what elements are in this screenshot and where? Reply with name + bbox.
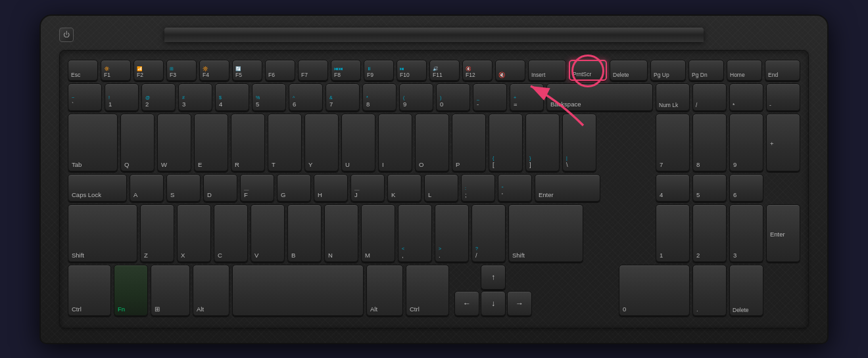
key-f9[interactable]: ⏸ F9 (364, 60, 394, 81)
key-z[interactable]: Z (140, 204, 174, 262)
key-np-7[interactable]: 7 (656, 114, 690, 171)
key-np-5[interactable]: 5 (692, 174, 727, 202)
key-alt-left[interactable]: Alt (193, 265, 229, 316)
key-1[interactable]: ! 1 (105, 83, 139, 111)
key-prtscr[interactable]: PrntScr (569, 60, 607, 81)
key-p[interactable]: P (452, 114, 486, 171)
key-h[interactable]: H (314, 174, 348, 202)
key-t[interactable]: T (268, 114, 302, 171)
key-np-1[interactable]: 1 (656, 204, 690, 262)
key-0[interactable]: ) 0 (436, 83, 470, 111)
key-f5[interactable]: 🔄 F5 (232, 60, 262, 81)
key-end[interactable]: End (765, 60, 800, 81)
key-l[interactable]: L (424, 174, 458, 202)
key-mute[interactable]: 🔇 (495, 60, 525, 81)
key-3[interactable]: # 3 (178, 83, 212, 111)
key-numlk[interactable]: Num Lk (656, 83, 690, 111)
key-b[interactable]: B (287, 204, 322, 262)
key-f8[interactable]: ⏮⏭ F8 (331, 60, 361, 81)
key-f2[interactable]: 📶 F2 (133, 60, 164, 81)
key-np-2[interactable]: 2 (692, 204, 727, 262)
key-backtick[interactable]: ~ ` (68, 83, 102, 111)
key-4[interactable]: $ 4 (215, 83, 249, 111)
key-lbracket[interactable]: { [ (489, 114, 523, 171)
key-np-3[interactable]: 3 (729, 204, 763, 262)
key-v[interactable]: V (251, 204, 285, 262)
key-semicolon[interactable]: : ; (461, 174, 495, 202)
key-home[interactable]: Home (727, 60, 762, 81)
key-s[interactable]: S (166, 174, 201, 202)
key-np-9[interactable]: 9 (729, 114, 763, 171)
key-g[interactable]: G (277, 174, 311, 202)
key-np-4[interactable]: 4 (656, 174, 690, 202)
key-f3[interactable]: ⊞ F3 (166, 60, 197, 81)
key-f7[interactable]: F7 (298, 60, 328, 81)
key-r[interactable]: R (231, 114, 265, 171)
key-arrow-down[interactable]: ↓ (481, 291, 506, 316)
key-fn[interactable]: Fn (114, 265, 148, 316)
key-alt-right[interactable]: Alt (366, 265, 403, 316)
key-x[interactable]: X (177, 204, 211, 262)
key-i[interactable]: I (378, 114, 412, 171)
key-e[interactable]: E (194, 114, 228, 171)
key-equals[interactable]: + = (510, 83, 544, 111)
key-u[interactable]: U (341, 114, 375, 171)
key-esc[interactable]: Esc (68, 60, 98, 81)
key-y[interactable]: Y (304, 114, 339, 171)
key-o[interactable]: O (415, 114, 449, 171)
key-np-delete[interactable]: Delete (729, 265, 763, 316)
key-n[interactable]: N (324, 204, 358, 262)
power-button[interactable] (59, 28, 74, 42)
key-f12[interactable]: 🔇 F12 (462, 60, 493, 81)
key-tab[interactable]: Tab (68, 114, 118, 171)
key-np-minus[interactable]: - (766, 83, 800, 111)
key-space[interactable] (232, 265, 364, 316)
key-shift-right[interactable]: Shift (508, 204, 583, 262)
key-np-8[interactable]: 8 (692, 114, 727, 171)
key-enter[interactable]: Enter (535, 174, 600, 202)
key-7[interactable]: & 7 (326, 83, 360, 111)
key-ctrl-right[interactable]: Ctrl (406, 265, 449, 316)
key-k[interactable]: K (387, 174, 422, 202)
key-9[interactable]: ( 9 (399, 83, 433, 111)
key-backspace[interactable]: Backspace (546, 83, 653, 111)
key-arrow-up[interactable]: ↑ (481, 265, 506, 290)
key-6[interactable]: ^ 6 (289, 83, 323, 111)
key-arrow-left[interactable]: ← (454, 291, 479, 316)
key-comma[interactable]: < , (398, 204, 432, 262)
key-np-enter[interactable]: Enter (766, 204, 800, 262)
key-np-0[interactable]: 0 (619, 265, 690, 316)
key-arrow-right[interactable]: → (507, 291, 532, 316)
key-5[interactable]: % 5 (252, 83, 286, 111)
key-slash[interactable]: ? / (471, 204, 506, 262)
key-np-plus[interactable]: + (766, 114, 800, 171)
key-c[interactable]: C (214, 204, 248, 262)
key-f[interactable]: — F (240, 174, 274, 202)
key-f4[interactable]: 🔆 F4 (199, 60, 229, 81)
key-w[interactable]: W (157, 114, 191, 171)
key-pgdn[interactable]: Pg Dn (688, 60, 724, 81)
key-delete[interactable]: Delete (610, 60, 648, 81)
key-np-slash[interactable]: / (692, 83, 727, 111)
key-capslock[interactable]: Caps Lock (68, 174, 127, 202)
key-q[interactable]: Q (120, 114, 155, 171)
key-ctrl-left[interactable]: Ctrl (68, 265, 111, 316)
key-apostrophe[interactable]: " ' (498, 174, 532, 202)
key-win[interactable]: ⊞ (151, 265, 190, 316)
key-a[interactable]: A (130, 174, 164, 202)
key-d[interactable]: D (203, 174, 237, 202)
key-backslash[interactable]: | \ (562, 114, 596, 171)
key-period[interactable]: > . (435, 204, 469, 262)
key-2[interactable]: @ 2 (141, 83, 176, 111)
key-f1[interactable]: 🔅 F1 (101, 60, 131, 81)
key-np-6[interactable]: 6 (729, 174, 763, 202)
key-minus[interactable]: _ - (473, 83, 507, 111)
key-8[interactable]: * 8 (362, 83, 397, 111)
key-m[interactable]: M (361, 204, 395, 262)
key-rbracket[interactable]: } ] (525, 114, 560, 171)
key-f10[interactable]: ⏭ F10 (397, 60, 427, 81)
key-f6[interactable]: F6 (265, 60, 295, 81)
key-np-dot[interactable]: . (692, 265, 727, 316)
key-j[interactable]: — J (350, 174, 385, 202)
key-shift-left[interactable]: Shift (68, 204, 137, 262)
